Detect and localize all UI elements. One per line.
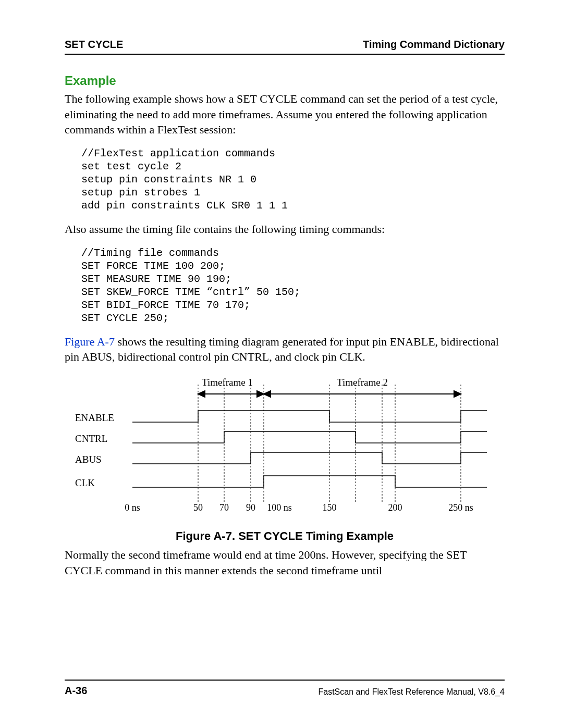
timing-diagram: Timeframe 1 Timeframe 2 ENABLE CNTRL ABU… xyxy=(65,374,505,522)
para-4: Normally the second timeframe would end … xyxy=(65,547,505,578)
footer-page-number: A-36 xyxy=(65,685,87,697)
label-clk: CLK xyxy=(75,477,95,488)
label-enable: ENABLE xyxy=(75,412,114,423)
figure-caption: Figure A-7. SET CYCLE Timing Example xyxy=(65,529,505,543)
footer-doc-title: FastScan and FlexTest Reference Manual, … xyxy=(318,687,505,697)
tick-0: 0 ns xyxy=(125,502,140,513)
para-2: Also assume the timing file contains the… xyxy=(65,221,505,237)
tick-150: 150 xyxy=(323,502,337,513)
waveforms xyxy=(132,411,487,487)
page-footer: A-36 FastScan and FlexTest Reference Man… xyxy=(65,680,505,697)
tick-70: 70 xyxy=(219,502,229,513)
para-3-rest: shows the resulting timing diagram gener… xyxy=(65,335,499,364)
tick-100: 100 ns xyxy=(267,502,292,513)
tick-200: 200 xyxy=(388,502,402,513)
svg-marker-14 xyxy=(454,391,461,397)
signal-labels: ENABLE CNTRL ABUS CLK xyxy=(75,412,114,488)
x-axis-labels: 0 ns 50 70 90 100 ns 150 200 250 ns xyxy=(125,502,473,513)
section-heading: Example xyxy=(65,73,505,88)
para-3: Figure A-7 shows the resulting timing di… xyxy=(65,334,505,365)
timeframe1-label: Timeframe 1 xyxy=(202,377,253,388)
svg-marker-13 xyxy=(264,391,271,397)
page: SET CYCLE Timing Command Dictionary Exam… xyxy=(0,0,563,728)
tick-90: 90 xyxy=(246,502,255,513)
svg-marker-10 xyxy=(198,391,205,397)
figure-link[interactable]: Figure A-7 xyxy=(65,335,115,348)
tick-50: 50 xyxy=(193,502,203,513)
para-1: The following example shows how a SET CY… xyxy=(65,91,505,138)
header-right: Timing Command Dictionary xyxy=(363,39,505,51)
page-header: SET CYCLE Timing Command Dictionary xyxy=(65,39,505,55)
label-cntrl: CNTRL xyxy=(75,433,107,444)
header-left: SET CYCLE xyxy=(65,39,123,51)
timeframe2-label: Timeframe 2 xyxy=(337,377,388,388)
code-block-2: //Timing file commands SET FORCE TIME 10… xyxy=(81,246,505,325)
tick-250: 250 ns xyxy=(448,502,473,513)
code-block-1: //FlexTest application commands set test… xyxy=(81,147,505,212)
timing-diagram-svg: Timeframe 1 Timeframe 2 ENABLE CNTRL ABU… xyxy=(65,374,503,520)
label-abus: ABUS xyxy=(75,454,102,465)
